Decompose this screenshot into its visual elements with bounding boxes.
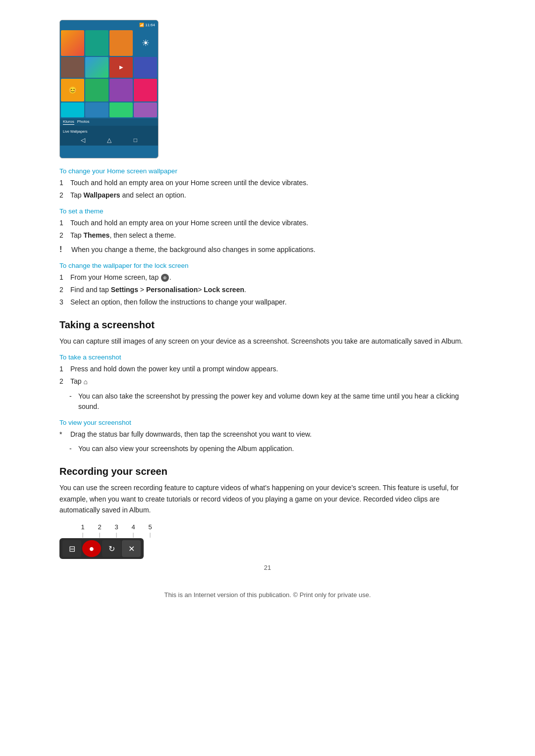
section-recording: Recording your screen You can use the sc…	[59, 466, 476, 559]
grid-cell-5	[61, 57, 84, 77]
recording-btn-4: ✕	[122, 540, 141, 557]
recording-diagram: 1 2 3 4 5 | | | | | ⊟ ● ↻ ✕	[59, 523, 159, 559]
footer-text: This is an Internet version of this publ…	[164, 591, 371, 599]
take-screenshot-step-2: 2 Tap ⌂	[59, 376, 476, 387]
section-screenshot: Taking a screenshot You can capture stil…	[59, 319, 476, 454]
grid-cell-3	[109, 30, 133, 56]
view-screenshot-bullet-1: * Drag the status bar fully downwards, t…	[59, 429, 476, 440]
recording-btn-3: ↻	[102, 540, 121, 557]
exclamation-icon: !	[59, 245, 67, 254]
phone-recents-btn: □	[134, 137, 137, 144]
phone-back-btn: ◁	[81, 137, 85, 144]
grid-cell-10	[85, 79, 108, 101]
theme-steps: 1 Touch and hold an empty area on your H…	[59, 218, 476, 241]
lock-wallpaper-steps: 1 From your Home screen, tap ⊕. 2 Find a…	[59, 272, 476, 307]
home-wallpaper-step-1: 1 Touch and hold an empty area on your H…	[59, 178, 476, 188]
grid-num-5: 5	[142, 523, 159, 531]
grid-cell-13	[61, 102, 84, 117]
view-screenshot-dash-note: - You can also view your screenshots by …	[69, 444, 476, 454]
grid-num-2: 2	[91, 523, 108, 531]
lock-wallpaper-step-1: 1 From your Home screen, tap ⊕.	[59, 272, 476, 283]
grid-num-1: 1	[74, 523, 91, 531]
grid-cell-1	[61, 30, 84, 56]
phone-tab-photos: Photos	[77, 119, 90, 125]
section-home-wallpaper-heading: To change your Home screen wallpaper	[59, 167, 476, 175]
grid-cell-14	[85, 102, 108, 117]
page-footer: This is an Internet version of this publ…	[59, 591, 476, 599]
recording-btn-2: ●	[82, 540, 101, 557]
grid-cell-4: ☀	[134, 30, 157, 56]
home-wallpaper-step-2: 2 Tap Wallpapers and select an option.	[59, 190, 476, 201]
home-wallpaper-steps: 1 Touch and hold an empty area on your H…	[59, 178, 476, 201]
section-lock-wallpaper-heading: To change the wallpaper for the lock scr…	[59, 262, 476, 269]
theme-note: ! When you change a theme, the backgroun…	[59, 245, 476, 255]
take-screenshot-step-1: 1 Press and hold down the power key unti…	[59, 364, 476, 374]
recording-body: You can use the screen recording feature…	[59, 482, 476, 515]
phone-screenshot: 📶 11:64 ☀ ▶ 😊 Kluros Photos	[59, 20, 159, 158]
page-number: 21	[59, 564, 476, 571]
phone-home-btn: △	[107, 137, 111, 144]
screenshot-dash-note: - You can also take the screenshot by pr…	[69, 391, 476, 412]
theme-step-1: 1 Touch and hold an empty area on your H…	[59, 218, 476, 228]
grid-cell-8	[134, 57, 157, 77]
grid-cell-7: ▶	[109, 57, 133, 77]
phone-label-live-wallpapers: Live Wallpapers	[63, 130, 88, 133]
take-screenshot-heading: To take a screenshot	[59, 353, 476, 361]
section-lock-wallpaper: To change the wallpaper for the lock scr…	[59, 262, 476, 307]
theme-step-2: 2 Tap Themes, then select a theme.	[59, 230, 476, 241]
home-icon: ⌂	[83, 377, 87, 387]
screenshot-title: Taking a screenshot	[59, 319, 476, 331]
app-drawer-icon: ⊕	[161, 274, 169, 282]
lock-wallpaper-step-2: 2 Find and tap Settings > Personalisatio…	[59, 285, 476, 295]
grid-cell-2	[85, 30, 108, 56]
grid-num-4: 4	[125, 523, 142, 531]
view-screenshot-list: * Drag the status bar fully downwards, t…	[59, 429, 476, 440]
section-theme: To set a theme 1 Touch and hold an empty…	[59, 207, 476, 255]
lock-wallpaper-step-3: 3 Select an option, then follow the inst…	[59, 297, 476, 307]
grid-cell-12	[134, 79, 157, 101]
section-home-wallpaper: To change your Home screen wallpaper 1 T…	[59, 167, 476, 201]
grid-cell-16	[134, 102, 157, 117]
grid-cell-15	[109, 102, 133, 117]
take-screenshot-steps: 1 Press and hold down the power key unti…	[59, 364, 476, 387]
grid-cell-11	[109, 79, 133, 101]
recording-title: Recording your screen	[59, 466, 476, 477]
status-time: 📶 11:64	[139, 23, 155, 27]
phone-screenshot-container: 📶 11:64 ☀ ▶ 😊 Kluros Photos	[59, 20, 476, 158]
grid-cell-6	[85, 57, 108, 77]
screenshot-body: You can capture still images of any scre…	[59, 336, 476, 347]
section-theme-heading: To set a theme	[59, 207, 476, 215]
recording-btn-1: ⊟	[62, 540, 81, 557]
grid-cell-9: 😊	[61, 79, 84, 101]
phone-tab-kleros: Kluros	[63, 119, 74, 125]
grid-num-3: 3	[108, 523, 125, 531]
view-screenshot-heading: To view your screenshot	[59, 419, 476, 426]
phone-status-bar: 📶 11:64	[60, 20, 158, 29]
